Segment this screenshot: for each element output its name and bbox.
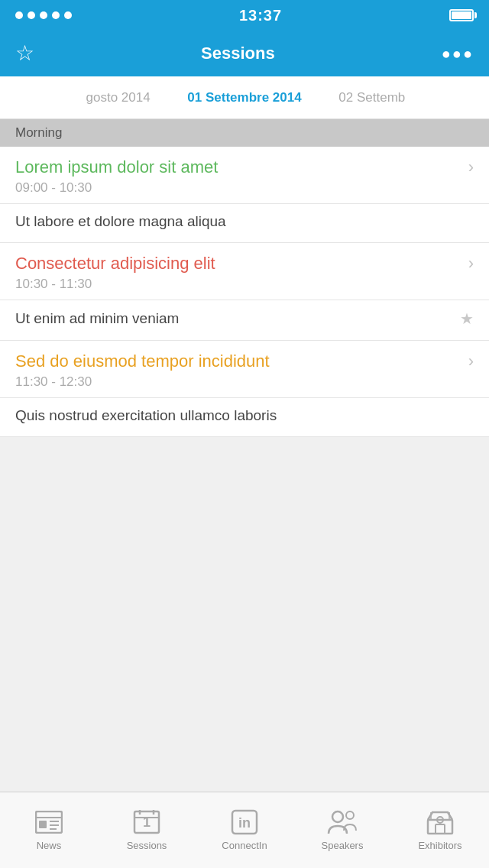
status-bar: 13:37 bbox=[0, 0, 489, 31]
exhibitors-icon bbox=[425, 809, 455, 835]
session-title-2: Consectetur adipisicing elit bbox=[15, 254, 461, 274]
section-header-morning: Morning bbox=[0, 119, 489, 147]
tab-connectin-label: ConnectIn bbox=[222, 840, 267, 851]
chevron-icon-2: › bbox=[468, 254, 474, 274]
connectin-icon: in bbox=[229, 809, 260, 835]
news-icon bbox=[34, 809, 64, 835]
date-tab-next[interactable]: 02 Settemb bbox=[323, 90, 489, 105]
session-title-3: Sed do eiusmod tempor incididunt bbox=[15, 351, 461, 371]
svg-point-14 bbox=[346, 811, 354, 819]
chevron-icon-3: › bbox=[468, 351, 474, 371]
speakers-icon bbox=[327, 809, 358, 835]
tab-bar: News 1 Sessions in ConnectIn bbox=[0, 792, 489, 868]
svg-rect-2 bbox=[39, 821, 47, 828]
svg-rect-16 bbox=[436, 824, 445, 834]
sessions-icon: 1 bbox=[131, 809, 162, 835]
favorites-button[interactable]: ☆ bbox=[15, 43, 34, 64]
date-tabs: gosto 2014 01 Settembre 2014 02 Settemb bbox=[0, 76, 489, 119]
tab-exhibitors[interactable]: Exhibitors bbox=[391, 809, 489, 851]
session-item-3[interactable]: Sed do eiusmod tempor incididunt › 11:30… bbox=[0, 341, 489, 398]
session-item-2[interactable]: Consectetur adipisicing elit › 10:30 - 1… bbox=[0, 243, 489, 300]
session-subtitle-3: Quis nostrud exercitation ullamco labori… bbox=[0, 398, 489, 436]
chevron-icon-1: › bbox=[468, 157, 474, 177]
status-time: 13:37 bbox=[239, 7, 282, 24]
svg-text:in: in bbox=[238, 815, 251, 831]
tab-speakers-label: Speakers bbox=[322, 840, 364, 851]
nav-title: Sessions bbox=[201, 44, 275, 63]
tab-news-label: News bbox=[37, 840, 62, 851]
tab-sessions-label: Sessions bbox=[127, 840, 167, 851]
date-tab-prev[interactable]: gosto 2014 bbox=[0, 90, 166, 105]
tab-connectin[interactable]: in ConnectIn bbox=[196, 809, 293, 851]
signal-dots bbox=[15, 11, 72, 19]
session-subtitle-1: Ut labore et dolore magna aliqua bbox=[0, 204, 489, 242]
date-tab-active[interactable]: 01 Settembre 2014 bbox=[166, 90, 324, 105]
session-time-3: 11:30 - 12:30 bbox=[0, 374, 489, 397]
tab-sessions[interactable]: 1 Sessions bbox=[98, 809, 196, 851]
svg-point-13 bbox=[332, 811, 343, 822]
star-icon-2[interactable]: ★ bbox=[460, 309, 474, 328]
session-time-1: 09:00 - 10:30 bbox=[0, 180, 489, 203]
session-title-1: Lorem ipsum dolor sit amet bbox=[15, 157, 461, 177]
more-button[interactable]: ●●● bbox=[442, 45, 474, 63]
tab-news[interactable]: News bbox=[0, 809, 98, 851]
battery-icon bbox=[449, 9, 474, 21]
nav-bar: ☆ Sessions ●●● bbox=[0, 31, 489, 76]
svg-rect-15 bbox=[428, 820, 452, 834]
session-time-2: 10:30 - 11:30 bbox=[0, 277, 489, 300]
session-subtitle-2: Ut enim ad minim veniam ★ bbox=[0, 300, 489, 340]
tab-exhibitors-label: Exhibitors bbox=[418, 840, 461, 851]
session-item-1[interactable]: Lorem ipsum dolor sit amet › 09:00 - 10:… bbox=[0, 147, 489, 204]
tab-speakers[interactable]: Speakers bbox=[293, 809, 391, 851]
